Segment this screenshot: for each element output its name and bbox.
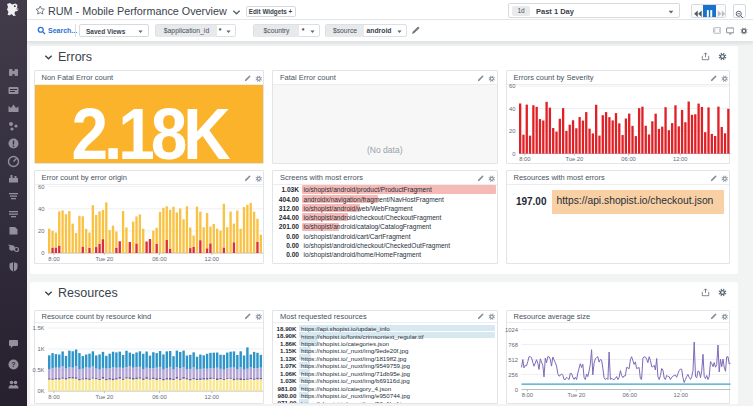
svg-text:1K: 1K [37,346,44,352]
svg-text:512: 512 [508,356,518,362]
svg-text:Tue 20: Tue 20 [565,156,583,162]
svg-text:12:00: 12:00 [672,156,687,162]
svg-text:8:00: 8:00 [521,392,532,398]
svg-text:20: 20 [509,128,515,134]
svg-text:1024: 1024 [505,326,519,332]
svg-text:0: 0 [514,386,517,392]
svg-text:06:00: 06:00 [622,392,637,398]
svg-text:Tue 20: Tue 20 [95,393,113,399]
svg-text:12:00: 12:00 [673,392,688,398]
svg-text:12:00: 12:00 [204,393,219,399]
svg-text:40: 40 [38,206,44,212]
svg-text:12:00: 12:00 [204,256,219,262]
svg-text:06:00: 06:00 [152,256,167,262]
svg-text:8:00: 8:00 [519,156,530,162]
svg-text:1.5K: 1.5K [32,325,44,331]
svg-text:0: 0 [512,150,515,156]
svg-text:768: 768 [508,341,518,347]
svg-text:8:00: 8:00 [48,393,59,399]
svg-text:0: 0 [41,250,44,256]
svg-text:06:00: 06:00 [621,156,636,162]
svg-text:0.5K: 0.5K [32,367,44,373]
svg-text:?: ? [11,361,15,368]
svg-text:60: 60 [38,184,44,190]
svg-text:20: 20 [38,228,44,234]
svg-text:60: 60 [509,83,515,89]
svg-text:06:00: 06:00 [152,393,167,399]
svg-text:256: 256 [508,371,518,377]
svg-text:8:00: 8:00 [48,256,59,262]
svg-text:40: 40 [509,106,515,112]
svg-text:0K: 0K [37,388,44,394]
svg-text:Tue 20: Tue 20 [567,392,585,398]
svg-text:Tue 20: Tue 20 [95,256,113,262]
